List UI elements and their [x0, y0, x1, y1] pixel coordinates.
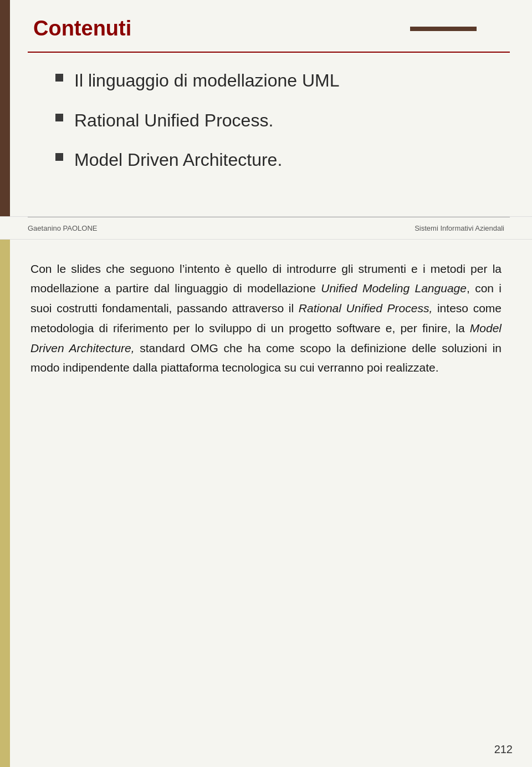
bullet-text-1: Il linguaggio di modellazione UML [74, 69, 340, 93]
page-number: 212 [494, 743, 513, 756]
slide-title: Contenuti [33, 17, 131, 40]
meta-row: Gaetanino PAOLONE Sistemi Informativi Az… [0, 217, 532, 240]
bullet-item-3: Model Driven Architecture. [44, 149, 499, 172]
body-paragraph: Con le slides che seguono l’intento è qu… [30, 259, 502, 378]
bullet-square-icon [55, 153, 63, 161]
top-section: Contenuti Il linguaggio di modellazione … [0, 0, 532, 217]
course-label: Sistemi Informativi Aziendali [415, 224, 504, 232]
bullet-item-1: Il linguaggio di modellazione UML [44, 69, 499, 93]
bullet-square-icon [55, 114, 63, 121]
title-decoration [410, 27, 477, 31]
author-label: Gaetanino PAOLONE [28, 224, 98, 232]
bullet-text-2: Rational Unified Process. [74, 109, 273, 133]
body-text-italic-uml: Unified Modeling Language [321, 282, 467, 294]
body-text-italic-rup: Rational Unified Process, [299, 302, 432, 314]
slide-container: Contenuti Il linguaggio di modellazione … [0, 0, 532, 767]
bullet-text-3: Model Driven Architecture. [74, 149, 282, 172]
main-content-area: Con le slides che seguono l’intento è qu… [0, 240, 532, 767]
bullet-square-icon [55, 74, 63, 82]
bullet-list: Il linguaggio di modellazione UML Ration… [28, 58, 510, 200]
bullet-item-2: Rational Unified Process. [44, 109, 499, 133]
title-area: Contenuti [28, 17, 510, 53]
